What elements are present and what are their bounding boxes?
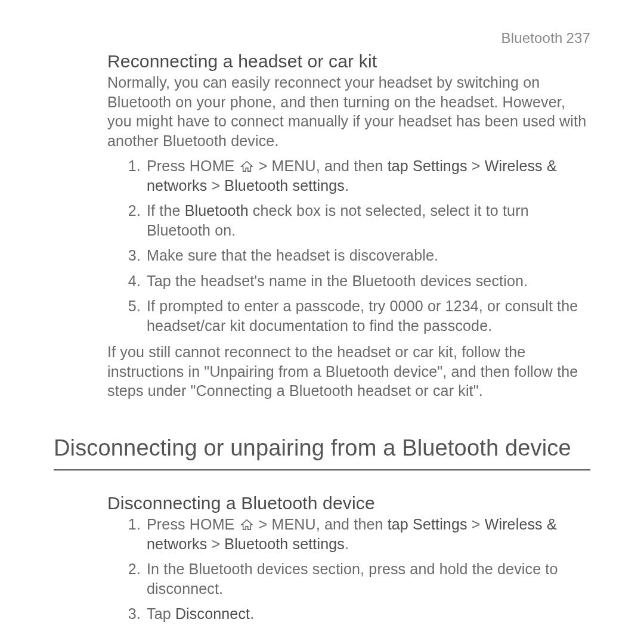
list-item: 2. If the Bluetooth check box is not sel… — [126, 201, 590, 240]
disconnect-heading: Disconnecting a Bluetooth device — [107, 493, 590, 513]
list-item: 1. Press HOME > MENU, and then tap Setti… — [126, 156, 590, 195]
step-text: . — [250, 605, 254, 622]
step-number: 4. — [126, 271, 141, 291]
step-text: Tap the headset's name in the Bluetooth … — [147, 273, 528, 289]
reconnect-steps: 1. Press HOME > MENU, and then tap Setti… — [126, 156, 590, 335]
list-item: 4. Tap the headset's name in the Bluetoo… — [126, 271, 590, 291]
step-text: tap — [388, 157, 408, 174]
step-number: 2. — [126, 201, 141, 221]
step-number: 1. — [126, 515, 141, 534]
step-text: Bluetooth — [185, 202, 249, 219]
step-text: > — [207, 535, 224, 552]
header-page-number: 237 — [566, 30, 590, 46]
step-text: In the Bluetooth devices section, press … — [147, 561, 558, 597]
step-text — [408, 157, 413, 174]
disconnect-steps: 1. Press HOME > MENU, and then tap Setti… — [126, 515, 590, 624]
step-text: Disconnect — [175, 605, 250, 622]
step-text: > — [467, 516, 485, 532]
list-item: 1. Press HOME > MENU, and then tap Setti… — [126, 515, 590, 553]
list-item: 5. If prompted to enter a passcode, try … — [126, 296, 590, 335]
step-text: > MENU, and then — [255, 516, 388, 532]
step-text: > — [207, 177, 224, 194]
disconnect-section: Disconnecting a Bluetooth device 1. Pres… — [107, 493, 590, 624]
reconnect-heading: Reconnecting a headset or car kit — [107, 51, 590, 72]
step-number: 3. — [126, 604, 141, 624]
reconnect-intro: Normally, you can easily reconnect your … — [107, 73, 590, 150]
step-text — [408, 516, 413, 532]
home-icon — [240, 157, 253, 169]
step-text: If the — [147, 202, 185, 219]
step-number: 5. — [126, 296, 141, 316]
step-text: Settings — [413, 516, 467, 532]
step-text: . — [345, 177, 349, 194]
step-text: Press HOME — [147, 516, 239, 532]
step-number: 1. — [126, 156, 141, 176]
reconnect-outro: If you still cannot reconnect to the hea… — [107, 342, 590, 401]
step-text: If prompted to enter a passcode, try 000… — [147, 298, 578, 334]
reconnect-section: Reconnecting a headset or car kit Normal… — [107, 51, 590, 401]
step-number: 3. — [126, 246, 141, 265]
step-text: . — [345, 535, 349, 552]
list-item: 2. In the Bluetooth devices section, pre… — [126, 559, 590, 598]
list-item: 3. Tap Disconnect. — [126, 604, 590, 624]
step-text: tap — [388, 516, 408, 532]
step-text: Make sure that the headset is discoverab… — [147, 247, 438, 264]
step-text: Tap — [147, 605, 175, 622]
page-header: Bluetooth237 — [54, 30, 590, 47]
list-item: 3. Make sure that the headset is discove… — [126, 246, 590, 265]
step-text: > MENU, and then — [255, 157, 388, 174]
section-heading-disconnect-unpair: Disconnecting or unpairing from a Blueto… — [54, 434, 590, 463]
section-rule — [54, 469, 590, 470]
step-text: Bluetooth settings — [224, 177, 345, 194]
step-number: 2. — [126, 559, 141, 579]
step-text: Settings — [413, 157, 467, 174]
step-text: > — [467, 157, 485, 174]
step-text: Press HOME — [147, 157, 239, 174]
step-text: Bluetooth settings — [224, 535, 345, 552]
header-section: Bluetooth — [501, 30, 563, 46]
home-icon — [240, 516, 253, 528]
